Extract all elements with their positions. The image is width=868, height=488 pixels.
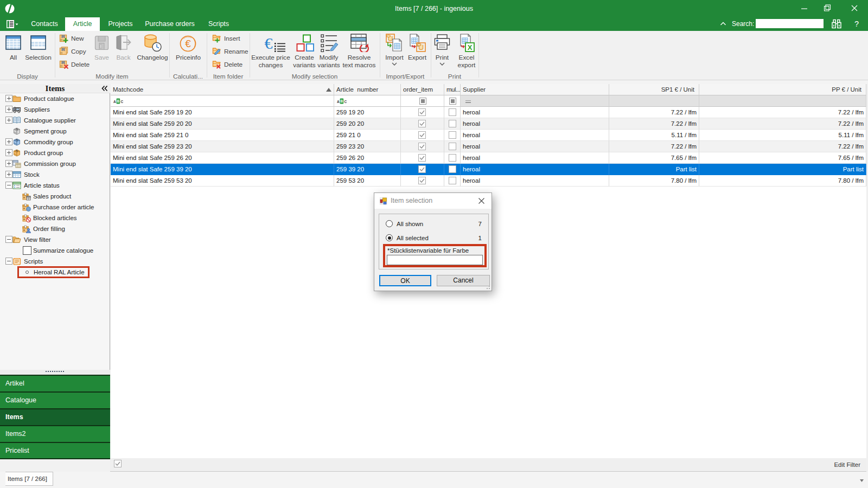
svg-text:C: C — [344, 100, 347, 104]
svg-text:A: A — [337, 100, 340, 104]
svg-text:€: € — [185, 38, 191, 49]
svg-text:B: B — [117, 99, 120, 103]
svg-text:€: € — [265, 35, 273, 52]
svg-text:C: C — [120, 100, 123, 104]
svg-text:B: B — [341, 99, 343, 103]
svg-text:X: X — [468, 43, 473, 52]
svg-text:A: A — [113, 100, 116, 104]
